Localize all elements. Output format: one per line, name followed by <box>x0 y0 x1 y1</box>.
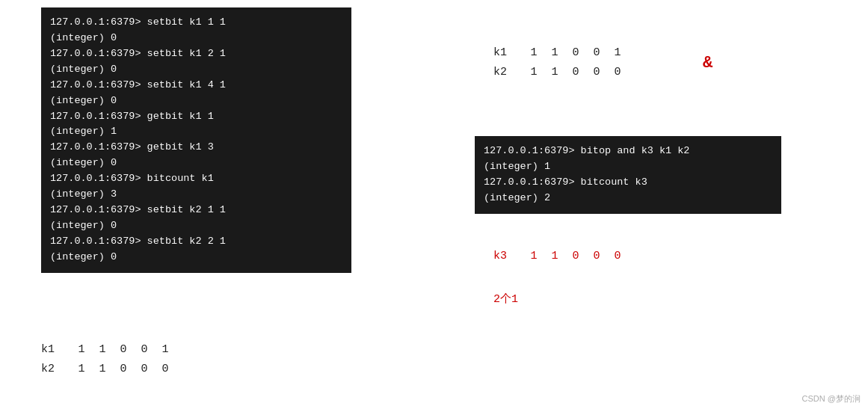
terminal-left-line-12: (integer) 3 <box>50 187 342 203</box>
terminal-left-line-10: (integer) 0 <box>50 156 342 171</box>
k3-row: k3 1 1 0 0 0 <box>493 247 628 266</box>
bottom-left-k2-bit-1: 1 <box>71 360 92 379</box>
terminal-right-line-4: (integer) 2 <box>484 191 772 206</box>
ampersand-symbol: & <box>703 54 712 73</box>
bottom-left-k1-bit-1: 1 <box>71 340 92 360</box>
k3-label: k3 <box>493 247 523 266</box>
top-right-k1-bit-1: 1 <box>523 43 544 63</box>
terminal-left-line-7: 127.0.0.1:6379> getbit k1 1 <box>50 109 342 125</box>
bottom-left-k1-bit-4: 0 <box>134 340 155 360</box>
bottom-left-table: k1 1 1 0 0 1 k2 1 1 0 0 0 <box>41 340 176 378</box>
top-right-k1-bit-3: 0 <box>565 43 586 63</box>
top-right-k1-bit-2: 1 <box>544 43 565 63</box>
top-right-k2-bit-5: 0 <box>607 63 628 82</box>
top-right-row-k2: k2 1 1 0 0 0 <box>493 63 628 82</box>
bottom-left-row-k1: k1 1 1 0 0 1 <box>41 340 176 360</box>
terminal-left: 127.0.0.1:6379> setbit k1 1 1 (integer) … <box>41 7 351 273</box>
terminal-left-line-11: 127.0.0.1:6379> bitcount k1 <box>50 171 342 187</box>
k3-bit-4: 0 <box>586 247 607 266</box>
bottom-left-k1-bit-3: 0 <box>113 340 134 360</box>
k3-bit-2: 1 <box>544 247 565 266</box>
two-ones-label: 2个1 <box>493 292 518 306</box>
bottom-left-k2-label: k2 <box>41 360 71 379</box>
bottom-left-k2-bit-3: 0 <box>113 360 134 379</box>
terminal-left-line-4: (integer) 0 <box>50 62 342 78</box>
bottom-left-k1-bit-5: 1 <box>155 340 176 360</box>
top-right-k1-bit-5: 1 <box>607 43 628 63</box>
top-right-k1-bit-4: 0 <box>586 43 607 63</box>
terminal-left-line-2: (integer) 0 <box>50 31 342 46</box>
terminal-left-line-9: 127.0.0.1:6379> getbit k1 3 <box>50 140 342 156</box>
top-right-k2-bit-4: 0 <box>586 63 607 82</box>
top-right-k2-bit-1: 1 <box>523 63 544 82</box>
terminal-right-line-2: (integer) 1 <box>484 159 772 175</box>
terminal-left-line-14: (integer) 0 <box>50 218 342 234</box>
k3-bit-3: 0 <box>565 247 586 266</box>
terminal-left-line-6: (integer) 0 <box>50 93 342 109</box>
top-right-row-k1: k1 1 1 0 0 1 <box>493 43 628 63</box>
top-right-k2-bit-2: 1 <box>544 63 565 82</box>
terminal-right-line-1: 127.0.0.1:6379> bitop and k3 k1 k2 <box>484 144 772 159</box>
bottom-left-row-k2: k2 1 1 0 0 0 <box>41 360 176 379</box>
bottom-left-k2-bit-4: 0 <box>134 360 155 379</box>
terminal-left-line-3: 127.0.0.1:6379> setbit k1 2 1 <box>50 46 342 62</box>
watermark: CSDN @梦的涧 <box>802 393 861 405</box>
top-right-table: k1 1 1 0 0 1 k2 1 1 0 0 0 <box>493 43 628 82</box>
terminal-left-line-15: 127.0.0.1:6379> setbit k2 2 1 <box>50 234 342 250</box>
top-right-k2-bit-3: 0 <box>565 63 586 82</box>
k3-bit-1: 1 <box>523 247 544 266</box>
k3-table: k3 1 1 0 0 0 <box>493 247 628 266</box>
terminal-left-line-1: 127.0.0.1:6379> setbit k1 1 1 <box>50 15 342 31</box>
top-right-k2-label: k2 <box>493 63 523 82</box>
top-right-k1-label: k1 <box>493 43 523 63</box>
terminal-right: 127.0.0.1:6379> bitop and k3 k1 k2 (inte… <box>475 136 781 214</box>
bottom-left-k2-bit-5: 0 <box>155 360 176 379</box>
terminal-left-line-8: (integer) 1 <box>50 124 342 140</box>
terminal-left-line-5: 127.0.0.1:6379> setbit k1 4 1 <box>50 78 342 93</box>
terminal-left-line-16: (integer) 0 <box>50 250 342 265</box>
bottom-left-k1-bit-2: 1 <box>92 340 113 360</box>
bottom-left-k1-label: k1 <box>41 340 71 360</box>
k3-bit-5: 0 <box>607 247 628 266</box>
terminal-left-line-13: 127.0.0.1:6379> setbit k2 1 1 <box>50 203 342 218</box>
bottom-left-k2-bit-2: 1 <box>92 360 113 379</box>
terminal-right-line-3: 127.0.0.1:6379> bitcount k3 <box>484 175 772 191</box>
